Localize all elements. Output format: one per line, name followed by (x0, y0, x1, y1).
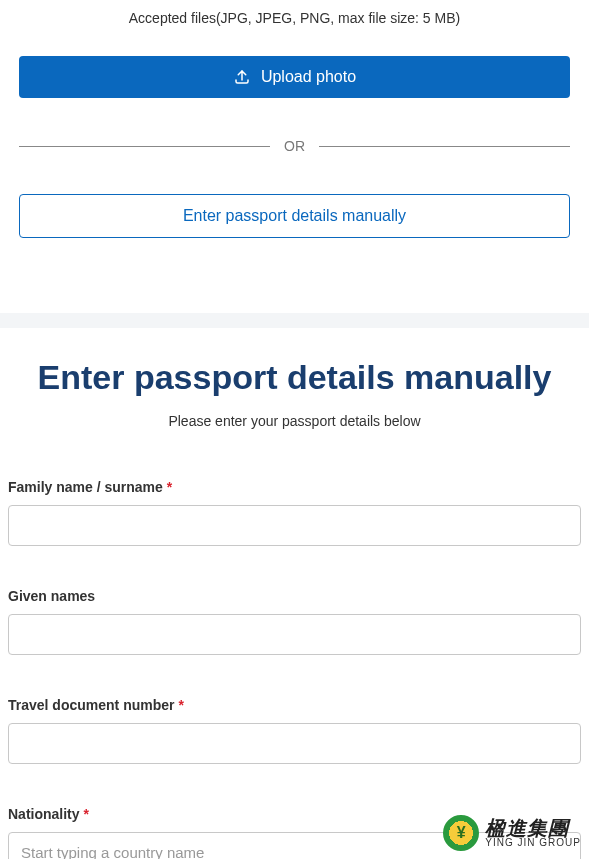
watermark-text: 楹進集團 YING JIN GROUP (485, 818, 581, 848)
upload-section: Accepted files(JPG, JPEG, PNG, max file … (0, 10, 589, 263)
given-names-label-text: Given names (8, 588, 95, 604)
upload-button-label: Upload photo (261, 68, 356, 86)
family-name-label: Family name / surname * (8, 479, 581, 495)
divider-text: OR (284, 138, 305, 154)
required-mark: * (178, 697, 183, 713)
section-separator (0, 313, 589, 328)
divider-line-left (19, 146, 270, 147)
form-title: Enter passport details manually (8, 358, 581, 397)
family-name-label-text: Family name / surname (8, 479, 167, 495)
divider: OR (19, 138, 570, 154)
accepted-files-hint: Accepted files(JPG, JPEG, PNG, max file … (19, 10, 570, 26)
nationality-label-text: Nationality (8, 806, 83, 822)
divider-line-right (319, 146, 570, 147)
form-subtitle: Please enter your passport details below (8, 413, 581, 429)
travel-document-input[interactable] (8, 723, 581, 764)
watermark-badge-icon: ¥ (443, 815, 479, 851)
family-name-group: Family name / surname * (8, 479, 581, 546)
enter-manually-button[interactable]: Enter passport details manually (19, 194, 570, 238)
watermark-logo: ¥ 楹進集團 YING JIN GROUP (443, 815, 581, 851)
required-mark: * (167, 479, 172, 495)
travel-document-group: Travel document number * (8, 697, 581, 764)
watermark-chinese: 楹進集團 (485, 818, 581, 838)
required-mark: * (83, 806, 88, 822)
manual-form-section: Enter passport details manually Please e… (0, 328, 589, 859)
enter-manually-label: Enter passport details manually (183, 207, 406, 224)
given-names-input[interactable] (8, 614, 581, 655)
upload-photo-button[interactable]: Upload photo (19, 56, 570, 98)
watermark-english: YING JIN GROUP (485, 838, 581, 848)
given-names-label: Given names (8, 588, 581, 604)
given-names-group: Given names (8, 588, 581, 655)
travel-document-label: Travel document number * (8, 697, 581, 713)
family-name-input[interactable] (8, 505, 581, 546)
upload-icon (233, 68, 251, 86)
travel-document-label-text: Travel document number (8, 697, 178, 713)
